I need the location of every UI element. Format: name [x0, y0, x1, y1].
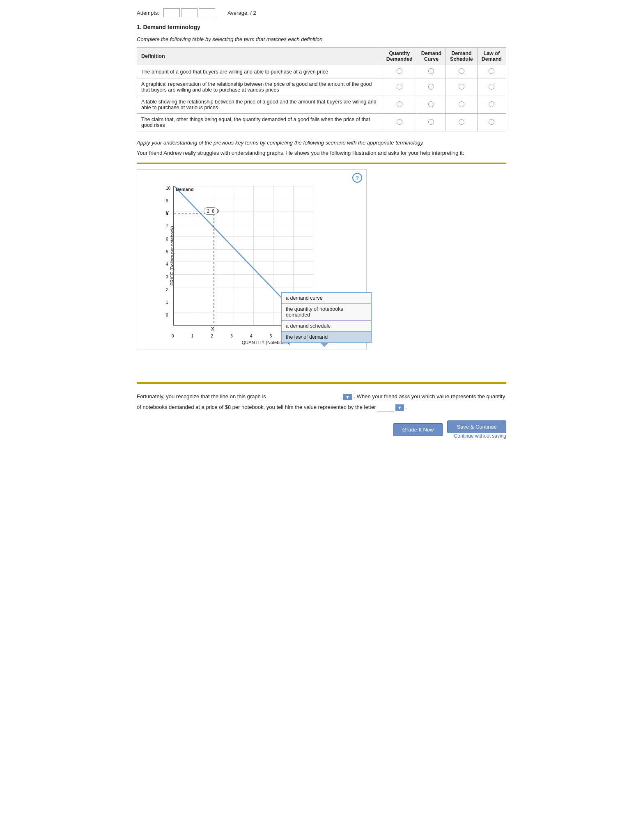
radio-law-3[interactable] — [477, 96, 506, 114]
col-header-curve: DemandCurve — [417, 48, 446, 65]
radio-schedule-3[interactable] — [446, 96, 478, 114]
radio-curve-3[interactable] — [417, 96, 446, 114]
radio-circle[interactable] — [428, 68, 434, 74]
definition-cell-3: A table showing the relationship between… — [137, 96, 382, 114]
radio-circle[interactable] — [397, 101, 402, 107]
bottom-text-part3: . — [405, 404, 407, 410]
dropdown-option-schedule[interactable]: a demand schedule — [282, 321, 371, 332]
table-row: The claim that, other things being equal… — [137, 114, 506, 131]
radio-qty-3[interactable] — [382, 96, 417, 114]
dropdown-option-demand-curve[interactable]: a demand curve — [282, 293, 371, 304]
attempt-box-2 — [181, 8, 197, 17]
radio-curve-1[interactable] — [417, 65, 446, 78]
attempt-box-1 — [163, 8, 180, 17]
radio-circle[interactable] — [489, 119, 494, 125]
definition-cell-2: A graphical representation of the relati… — [137, 78, 382, 96]
dropdown-arrow — [320, 343, 328, 347]
radio-circle[interactable] — [397, 119, 402, 125]
point-bubble: 2, 8 — [204, 207, 218, 215]
attempt-box-3 — [199, 8, 215, 17]
radio-curve-4[interactable] — [417, 114, 446, 131]
radio-schedule-4[interactable] — [446, 114, 478, 131]
bottom-text-part1: Fortunately, you recognize that the line… — [137, 393, 266, 399]
attempts-label: Attempts: — [137, 10, 159, 16]
radio-circle[interactable] — [459, 84, 464, 90]
radio-circle[interactable] — [428, 101, 434, 107]
radio-qty-4[interactable] — [382, 114, 417, 131]
dropdown-option-qty-demanded[interactable]: the quantity of notebooks demanded — [282, 304, 371, 321]
table-instruction: Complete the following table by selectin… — [137, 36, 506, 42]
radio-circle[interactable] — [428, 119, 434, 125]
bottom-dropdown-arrow[interactable]: ▼ — [343, 394, 352, 400]
definition-table: Definition QuantityDemanded DemandCurve … — [137, 47, 506, 131]
definition-cell-1: The amount of a good that buyers are wil… — [137, 65, 382, 78]
radio-circle[interactable] — [397, 84, 402, 90]
attempts-boxes — [163, 8, 215, 17]
radio-circle[interactable] — [459, 68, 464, 74]
table-row: A graphical representation of the relati… — [137, 78, 506, 96]
col-header-qty: QuantityDemanded — [382, 48, 417, 65]
y-marker-label: Y — [166, 211, 169, 216]
header-row: Attempts: Average: / 2 — [137, 8, 506, 17]
table-row: The amount of a good that buyers are wil… — [137, 65, 506, 78]
save-continue-button[interactable]: Save & Continue — [447, 420, 506, 433]
radio-circle[interactable] — [459, 101, 464, 107]
radio-qty-1[interactable] — [382, 65, 417, 78]
average-label: Average: / 2 — [227, 10, 256, 16]
scenario-instruction: Apply your understanding of the previous… — [137, 140, 506, 146]
bottom-letter-arrow[interactable]: ▼ — [395, 404, 404, 411]
radio-law-1[interactable] — [477, 65, 506, 78]
bottom-inline-dropdown — [267, 390, 341, 400]
radio-qty-2[interactable] — [382, 78, 417, 96]
radio-circle[interactable] — [428, 84, 434, 90]
gold-bar-top — [137, 163, 506, 164]
radio-circle[interactable] — [489, 101, 494, 107]
gold-bar-bottom — [137, 382, 506, 384]
question-title: 1. Demand terminology — [137, 24, 506, 30]
col-header-definition: Definition — [137, 48, 382, 65]
radio-circle[interactable] — [489, 68, 494, 74]
grade-button[interactable]: Grade It Now — [393, 423, 443, 436]
dropdown-panel: a demand curve the quantity of notebooks… — [281, 292, 372, 347]
definition-cell-4: The claim that, other things being equal… — [137, 114, 382, 131]
radio-law-4[interactable] — [477, 114, 506, 131]
dropdown-option-law[interactable]: the law of demand — [282, 332, 371, 342]
continue-link[interactable]: Continue without saving — [447, 433, 506, 439]
bottom-letter-dropdown — [377, 401, 394, 411]
x-marker-label: X — [211, 326, 214, 331]
button-row: Grade It Now Save & Continue Continue wi… — [137, 420, 506, 439]
radio-curve-2[interactable] — [417, 78, 446, 96]
radio-circle[interactable] — [459, 119, 464, 125]
table-row: A table showing the relationship between… — [137, 96, 506, 114]
radio-schedule-1[interactable] — [446, 65, 478, 78]
save-continue-group: Save & Continue Continue without saving — [447, 420, 506, 439]
col-header-schedule: DemandSchedule — [446, 48, 478, 65]
demand-text-label: Demand — [176, 187, 193, 192]
dropdown-box[interactable]: a demand curve the quantity of notebooks… — [281, 292, 372, 343]
bottom-text: Fortunately, you recognize that the line… — [137, 390, 506, 412]
radio-circle[interactable] — [489, 84, 494, 90]
help-icon[interactable]: ? — [352, 173, 362, 183]
scenario-text: Your friend Andrew really struggles with… — [137, 150, 506, 156]
radio-circle[interactable] — [397, 68, 402, 74]
col-header-law: Law ofDemand — [477, 48, 506, 65]
radio-schedule-2[interactable] — [446, 78, 478, 96]
radio-law-2[interactable] — [477, 78, 506, 96]
